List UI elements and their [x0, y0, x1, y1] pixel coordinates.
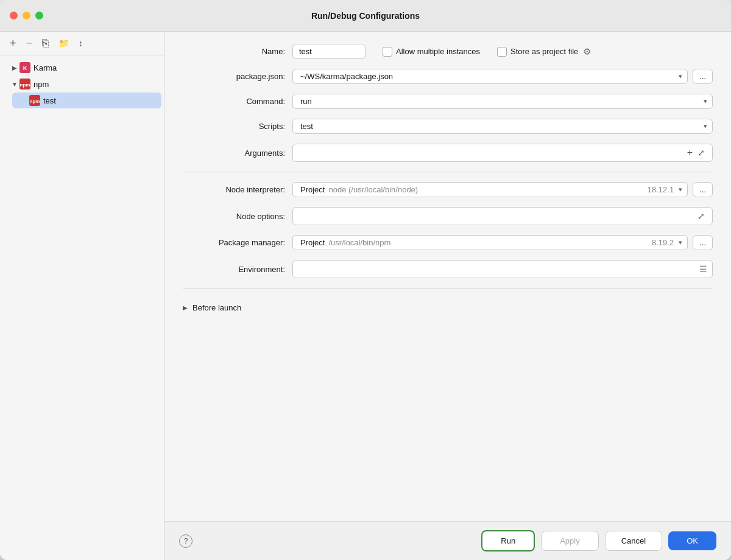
- package-json-value: ~/WS/karma/package.json: [300, 72, 676, 81]
- pkg-version: 8.19.2: [652, 238, 674, 247]
- scripts-controls: test ▾: [292, 119, 713, 134]
- help-button[interactable]: ?: [179, 534, 192, 548]
- karma-icon: K: [19, 62, 30, 73]
- environment-controls: ☰: [292, 260, 713, 278]
- npm-icon: npm: [19, 79, 30, 89]
- node-options-expand-button[interactable]: ⤢: [695, 210, 707, 222]
- remove-config-button[interactable]: −: [24, 37, 35, 50]
- node-options-row: Node options: ⤢: [183, 207, 713, 225]
- package-json-row: package.json: ~/WS/karma/package.json ▾ …: [183, 69, 713, 84]
- scripts-row: Scripts: test ▾: [183, 119, 713, 134]
- store-as-project-checkbox[interactable]: [497, 47, 507, 57]
- sidebar-tree: ▶ K Karma ▼ npm: [0, 55, 164, 560]
- store-as-project-label[interactable]: Store as project file: [497, 47, 578, 57]
- npm-label: npm: [34, 80, 49, 89]
- separator-2: [183, 288, 713, 289]
- close-button[interactable]: [10, 12, 18, 19]
- scripts-label: Scripts:: [183, 122, 292, 131]
- name-row: Name: Allow multiple instances Store as …: [183, 44, 713, 59]
- package-json-controls: ~/WS/karma/package.json ▾ ...: [292, 69, 713, 84]
- minimize-button[interactable]: [23, 12, 30, 19]
- node-interpreter-row: Node interpreter: Project node (/usr/loc…: [183, 182, 713, 197]
- package-manager-row: Package manager: Project /usr/local/bin/…: [183, 235, 713, 250]
- scripts-value: test: [300, 122, 701, 131]
- arguments-expand-button[interactable]: ⤢: [695, 147, 707, 159]
- node-path: node (/usr/local/bin/node): [328, 185, 647, 194]
- allow-multiple-checkbox[interactable]: [383, 47, 392, 57]
- command-label: Command:: [183, 97, 292, 106]
- allow-multiple-label[interactable]: Allow multiple instances: [383, 47, 480, 57]
- run-button[interactable]: Run: [481, 530, 535, 551]
- window-title: Run/Debug Configurations: [311, 11, 420, 21]
- package-json-label: package.json:: [183, 72, 292, 81]
- karma-chevron: ▶: [10, 63, 19, 72]
- scripts-arrow: ▾: [704, 122, 707, 130]
- command-dropdown[interactable]: run ▾: [292, 94, 713, 109]
- arguments-field[interactable]: + ⤢: [292, 144, 713, 162]
- sort-button[interactable]: ↕: [76, 38, 85, 49]
- before-launch-row[interactable]: ▶ Before launch: [183, 298, 713, 317]
- node-options-controls: ⤢: [292, 207, 713, 225]
- config-form: Name: Allow multiple instances Store as …: [164, 32, 731, 521]
- npm-chevron: ▼: [10, 79, 19, 89]
- name-label: Name:: [183, 47, 292, 56]
- title-bar: Run/Debug Configurations: [0, 0, 731, 32]
- pkg-browse-button[interactable]: ...: [693, 235, 713, 250]
- name-controls: Allow multiple instances Store as projec…: [292, 44, 713, 59]
- env-list-icon: ☰: [699, 264, 707, 274]
- environment-label: Environment:: [183, 265, 292, 274]
- node-interpreter-controls: Project node (/usr/local/bin/node) 18.12…: [292, 182, 713, 197]
- node-interpreter-label: Node interpreter:: [183, 185, 292, 194]
- pkg-arrow: ▾: [679, 239, 682, 247]
- arguments-controls: + ⤢: [292, 144, 713, 162]
- command-row: Command: run ▾: [183, 94, 713, 109]
- ok-button[interactable]: OK: [668, 531, 716, 550]
- environment-field[interactable]: ☰: [292, 260, 713, 278]
- maximize-button[interactable]: [35, 12, 43, 19]
- package-manager-controls: Project /usr/local/bin/npm 8.19.2 ▾ ...: [292, 235, 713, 250]
- pkg-path: /usr/local/bin/npm: [328, 238, 652, 247]
- sidebar-item-npm[interactable]: ▼ npm npm: [2, 76, 161, 92]
- package-json-browse-button[interactable]: ...: [693, 69, 713, 84]
- bottom-bar: ? Run Apply Cancel OK: [164, 521, 731, 560]
- before-launch-label: Before launch: [192, 303, 241, 312]
- arguments-plus-button[interactable]: +: [685, 146, 695, 159]
- cancel-button[interactable]: Cancel: [605, 531, 662, 551]
- command-arrow: ▾: [704, 97, 707, 105]
- scripts-dropdown[interactable]: test ▾: [292, 119, 713, 134]
- gear-icon[interactable]: ⚙: [583, 46, 591, 57]
- arguments-label: Arguments:: [183, 149, 292, 158]
- separator-1: [183, 172, 713, 172]
- window: Run/Debug Configurations + − ⎘ 📁 ↕: [0, 0, 731, 560]
- svg-text:K: K: [23, 65, 27, 71]
- new-folder-button[interactable]: 📁: [56, 38, 71, 49]
- arguments-row: Arguments: + ⤢: [183, 144, 713, 162]
- node-interpreter-dropdown[interactable]: Project node (/usr/local/bin/node) 18.12…: [292, 182, 688, 197]
- node-arrow: ▾: [679, 186, 682, 194]
- name-input[interactable]: [292, 44, 366, 59]
- apply-button[interactable]: Apply: [541, 531, 599, 551]
- package-manager-dropdown[interactable]: Project /usr/local/bin/npm 8.19.2 ▾: [292, 235, 688, 250]
- main-content: + − ⎘ 📁 ↕ ▶: [0, 32, 731, 560]
- command-controls: run ▾: [292, 94, 713, 109]
- copy-config-button[interactable]: ⎘: [40, 37, 51, 50]
- right-panel: Name: Allow multiple instances Store as …: [164, 32, 731, 560]
- sidebar: + − ⎘ 📁 ↕ ▶: [0, 32, 164, 560]
- add-config-button[interactable]: +: [7, 37, 19, 50]
- node-project-label: Project: [300, 185, 325, 194]
- package-json-arrow: ▾: [679, 72, 682, 80]
- node-browse-button[interactable]: ...: [693, 182, 713, 197]
- node-version: 18.12.1: [648, 185, 674, 194]
- before-launch-chevron: ▶: [183, 304, 188, 311]
- npm-children: npm test: [0, 93, 164, 108]
- node-options-field[interactable]: ⤢: [292, 207, 713, 225]
- package-json-dropdown[interactable]: ~/WS/karma/package.json ▾: [292, 69, 688, 84]
- sidebar-item-karma[interactable]: ▶ K Karma: [2, 60, 161, 75]
- command-value: run: [300, 97, 701, 106]
- svg-text:npm: npm: [20, 82, 30, 88]
- sidebar-toolbar: + − ⎘ 📁 ↕: [0, 32, 164, 55]
- sidebar-item-test[interactable]: npm test: [12, 93, 161, 108]
- test-label: test: [43, 96, 56, 105]
- test-npm-icon: npm: [29, 95, 40, 106]
- action-buttons: Run Apply Cancel OK: [481, 530, 716, 551]
